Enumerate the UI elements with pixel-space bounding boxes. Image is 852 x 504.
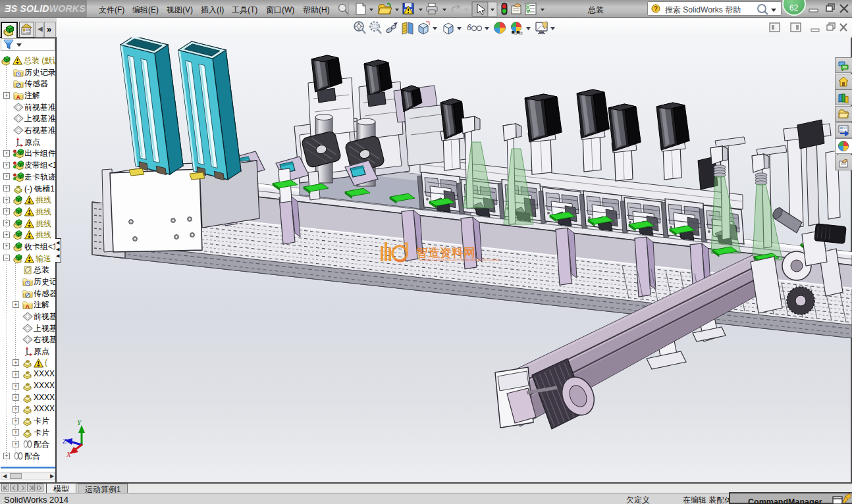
svg-text:6: 6 (467, 23, 471, 32)
svg-text:Y: Y (77, 418, 82, 426)
svg-text:X: X (66, 450, 72, 458)
svg-text:?: ? (654, 5, 658, 13)
svg-text:A: A (26, 303, 30, 310)
svg-text:A: A (16, 94, 21, 101)
svg-text:Z: Z (63, 437, 67, 445)
svg-text:智造资料网: 智造资料网 (415, 246, 475, 259)
svg-text:WWW.ZHIZAOZILIAO.COM MADE IN C: WWW.ZHIZAOZILIAO.COM MADE IN CHINA (419, 258, 500, 262)
